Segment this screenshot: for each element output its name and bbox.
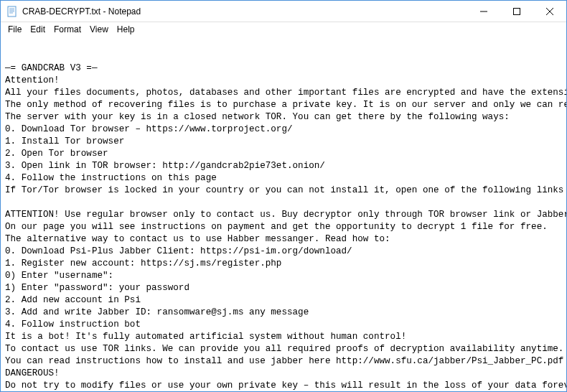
text-line: ATTENTION! Use regular browser only to c…	[5, 210, 566, 220]
titlebar[interactable]: CRAB-DECRYPT.txt - Notepad	[1, 1, 566, 22]
text-line: 4. Follow instruction bot	[5, 319, 141, 330]
notepad-window: CRAB-DECRYPT.txt - Notepad File Edit For…	[0, 0, 567, 392]
text-content: —= GANDCRAB V3 =— Attention! All your fi…	[5, 62, 562, 391]
menu-edit[interactable]: Edit	[26, 24, 50, 34]
text-line: —= GANDCRAB V3 =—	[5, 63, 97, 73]
text-line: To contact us use TOR links. We can prov…	[5, 344, 566, 354]
text-line: 1. Register new account: https://sj.ms/r…	[5, 258, 281, 269]
menu-view[interactable]: View	[85, 24, 113, 34]
menubar: File Edit Format View Help	[1, 22, 566, 37]
text-line: 2. Add new account in Psi	[5, 295, 141, 305]
close-button[interactable]	[533, 1, 566, 22]
maximize-button[interactable]	[500, 1, 533, 22]
text-line: The server with your key is in a closed …	[5, 112, 510, 122]
text-line: 0. Download Tor browser – https://www.to…	[5, 124, 293, 134]
text-line: On our page you will see instructions on…	[5, 222, 548, 232]
text-line: 0) Enter "username":	[5, 271, 113, 281]
text-line: 2. Open Tor browser	[5, 149, 108, 159]
text-line: 3. Add and write Jabber ID: ransomware@s…	[5, 307, 309, 317]
text-line: You can read instructions how to install…	[5, 356, 563, 366]
text-line: Attention!	[5, 75, 60, 85]
text-line: 4. Follow the instructions on this page	[5, 173, 217, 183]
text-area[interactable]: —= GANDCRAB V3 =— Attention! All your fi…	[1, 37, 566, 391]
window-controls	[467, 1, 566, 22]
text-line: 1. Install Tor browser	[5, 136, 124, 146]
text-line: 0. Download Psi-Plus Jabber Client: http…	[5, 246, 352, 256]
notepad-icon	[6, 6, 18, 17]
text-line: 1) Enter "password": your password	[5, 283, 189, 293]
minimize-button[interactable]	[467, 1, 500, 22]
window-title: CRAB-DECRYPT.txt - Notepad	[22, 6, 467, 17]
text-line: Do not try to modify files or use your o…	[5, 381, 566, 391]
text-line: All your files documents, photos, databa…	[5, 88, 566, 98]
text-line: The alternative way to contact us to use…	[5, 234, 390, 244]
text-line: It is a bot! It's fully automated artifi…	[5, 332, 406, 342]
menu-format[interactable]: Format	[50, 24, 85, 34]
text-line: The only method of recovering files is t…	[5, 100, 566, 110]
svg-rect-6	[514, 8, 520, 14]
text-line: DANGEROUS!	[5, 368, 60, 378]
menu-help[interactable]: Help	[113, 24, 139, 34]
menu-file[interactable]: File	[4, 24, 26, 34]
text-line: 3. Open link in TOR browser: http://gand…	[5, 161, 325, 171]
text-line: If Tor/Tor browser is locked in your cou…	[5, 185, 566, 195]
